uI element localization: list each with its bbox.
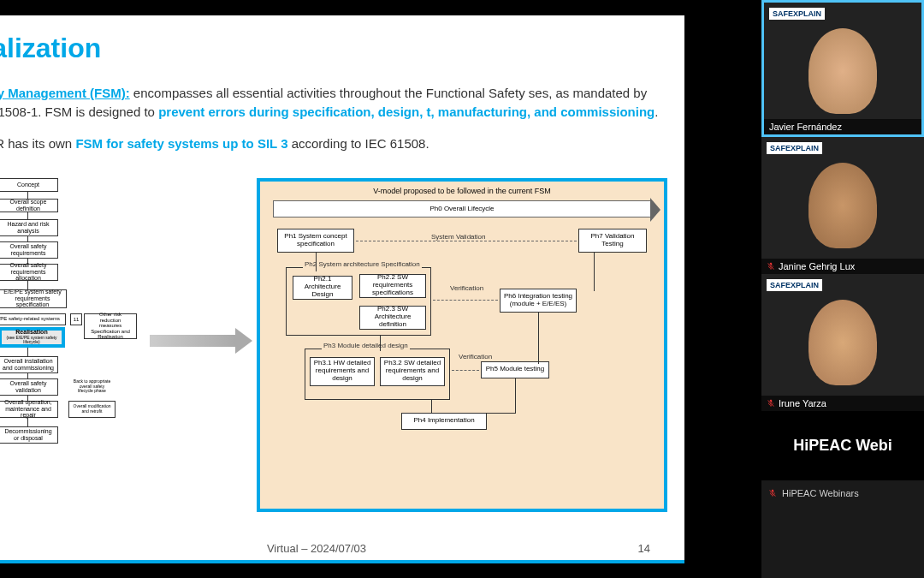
brand-badge: SAFEXPLAIN xyxy=(769,8,825,20)
ph1-box: Ph1 System concept specification xyxy=(277,229,354,253)
step-concept: Concept xyxy=(0,178,58,192)
step-install: Overall installation and commissioning xyxy=(0,356,58,373)
left-lifecycle-diagram: 1 Concept 2 Overall scope definition 3 H… xyxy=(0,178,150,512)
step-other: Other risk reduction measures Specificat… xyxy=(84,313,137,339)
label-verif2: Verification xyxy=(459,353,492,361)
avatar-placeholder xyxy=(808,163,877,248)
brand-badge: SAFEXPLAIN xyxy=(767,142,822,154)
participant-tile-active[interactable]: SAFEXPLAIN Javier Fernández xyxy=(761,0,924,137)
slide-body: Safety Management (FSM): encompasses all… xyxy=(0,84,659,166)
app-root: tualization Safety Management (FSM): enc… xyxy=(0,0,924,578)
participants-sidebar: SAFEXPLAIN Javier Fernández SAFEXPLAIN J… xyxy=(761,0,924,578)
transition-arrow-icon xyxy=(150,328,252,354)
ph23-box: Ph2.3 SW Architecture definition xyxy=(359,306,426,330)
participant-tile[interactable]: SAFEXPLAIN Irune Yarza xyxy=(761,274,924,411)
ph22-box: Ph2.2 SW requirements specifications xyxy=(359,274,426,298)
step-alloc: Overall safety requirements allocation xyxy=(0,264,58,281)
step-operate: Overall operation, maintenance and repai… xyxy=(0,401,58,418)
ph0-bar: Ph0 Overall Lifecycle xyxy=(273,200,651,217)
footer-date: Virtual – 2024/07/03 xyxy=(267,542,366,555)
ph32-box: Ph3.2 SW detailed requirements and desig… xyxy=(380,357,445,386)
main-content-area: tualization Safety Management (FSM): enc… xyxy=(0,0,761,578)
ph6-box: Ph6 Integration testing (module + E/E/ES… xyxy=(500,289,577,313)
paragraph-1: Safety Management (FSM): encompasses all… xyxy=(0,84,659,122)
participant-name-label: Irune Yarza xyxy=(761,396,924,411)
right-vmodel-diagram: V-model proposed to be followed in the c… xyxy=(257,178,667,512)
ph2-label: Ph2 System architecture Specification xyxy=(303,260,422,268)
participant-name-label: Javier Fernández xyxy=(764,119,921,134)
webinar-title-tile[interactable]: HiPEAC Webi xyxy=(761,411,924,480)
participant-name-label: Janine Gehrig Lux xyxy=(761,259,924,274)
step-mod: Overall modification and retrofit xyxy=(68,401,116,418)
vmodel-caption: V-model proposed to be followed in the c… xyxy=(373,187,551,195)
step-req: Overall safety requirements xyxy=(0,241,58,259)
slide-title: tualization xyxy=(0,33,101,64)
paragraph-2: xt, IKR has its own FSM for safety syste… xyxy=(0,134,659,154)
step-hazard: Hazard and risk analysis xyxy=(0,219,58,236)
avatar-placeholder xyxy=(808,28,877,114)
slide-footer: Virtual – 2024/07/03 14 xyxy=(0,542,667,555)
step-back: Back to appropriate overall safety lifec… xyxy=(68,378,116,396)
mic-muted-icon xyxy=(767,399,775,408)
label-sysval: System Validation xyxy=(431,233,485,241)
mic-muted-icon xyxy=(768,489,777,498)
step-valid: Overall safety validation xyxy=(0,378,58,396)
step-realisation: Realisation (see E/E/PE system safety li… xyxy=(0,327,65,348)
mic-muted-icon xyxy=(767,262,775,271)
label-verif1: Verification xyxy=(450,284,483,292)
footer-accent-bar xyxy=(0,560,684,563)
step-num-11: 11 xyxy=(70,313,82,325)
brand-badge: SAFEXPLAIN xyxy=(767,279,822,291)
step-eepe: E/E/PE system safety requirements specif… xyxy=(0,289,67,308)
ph31-box: Ph3.1 HW detailed requirements and desig… xyxy=(310,357,375,386)
step-systems: E/E/PE safety-related systems xyxy=(0,313,66,325)
ph21-box: Ph2.1 Architecture Design xyxy=(293,276,352,300)
ph7-box: Ph7 Validation Testing xyxy=(578,229,647,253)
page-number: 14 xyxy=(638,542,650,555)
diagrams-container: 1 Concept 2 Overall scope definition 3 H… xyxy=(0,178,667,512)
presentation-slide: tualization Safety Management (FSM): enc… xyxy=(0,15,684,563)
ph5-box: Ph5 Module testing xyxy=(481,361,549,378)
avatar-placeholder xyxy=(808,300,877,385)
fsm-link: Safety Management (FSM): xyxy=(0,86,130,100)
step-decom: Decommissioning or disposal xyxy=(0,426,58,444)
step-scope: Overall scope definition xyxy=(0,199,58,212)
ph4-box: Ph4 Implementation xyxy=(401,413,487,430)
participant-tile[interactable]: SAFEXPLAIN Janine Gehrig Lux xyxy=(761,137,924,274)
ph3-label: Ph3 Module detailed design xyxy=(322,342,410,349)
bottom-participant-row[interactable]: HiPEAC Webinars xyxy=(761,480,924,506)
